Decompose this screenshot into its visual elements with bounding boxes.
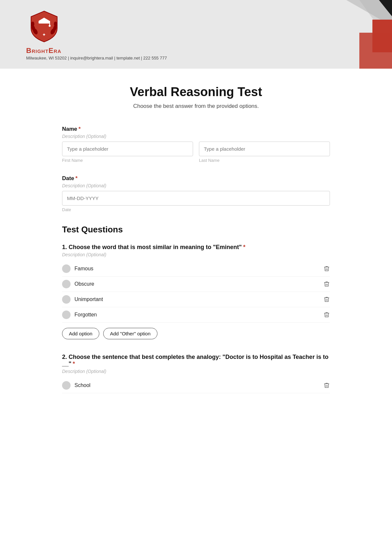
- svg-marker-4: [379, 0, 392, 16]
- date-description: Description (Optional): [62, 183, 330, 188]
- name-field-group: Name* Description (Optional) First Name …: [62, 126, 330, 163]
- delete-option-icon[interactable]: [323, 296, 330, 303]
- option-left: Forgotten: [62, 311, 97, 319]
- date-sublabel: Date: [62, 207, 330, 212]
- add-option-button[interactable]: Add option: [62, 328, 99, 339]
- question-2-title: 2. Choose the sentence that best complet…: [62, 354, 330, 367]
- option-row: Famous: [62, 261, 330, 277]
- svg-marker-3: [359, 33, 392, 69]
- page-header: ✦ BrightEra Milwaukee, WI 53202 | inquir…: [0, 0, 392, 69]
- page-title: Verbal Reasoning Test: [62, 85, 330, 99]
- last-name-sublabel: Last Name: [199, 158, 330, 163]
- radio-circle: [62, 295, 71, 304]
- logo-area: ✦ BrightEra Milwaukee, WI 53202 | inquir…: [26, 8, 167, 60]
- radio-circle: [62, 311, 71, 319]
- name-label: Name*: [62, 126, 330, 132]
- radio-circle: [62, 280, 71, 288]
- brand-name: BrightEra: [26, 46, 61, 55]
- option-text: Forgotten: [74, 312, 97, 318]
- test-section-heading: Test Questions: [62, 225, 330, 235]
- header-contact: Milwaukee, WI 53202 | inquire@brightera.…: [26, 56, 167, 60]
- option-text: Unimportant: [74, 296, 103, 302]
- svg-marker-0: [333, 0, 392, 46]
- page-subtitle: Choose the best answer from the provided…: [62, 103, 330, 110]
- delete-option-icon[interactable]: [323, 281, 330, 287]
- first-name-sublabel: First Name: [62, 158, 193, 163]
- svg-point-14: [49, 25, 51, 27]
- option-left: School: [62, 381, 90, 390]
- option-row: Forgotten: [62, 307, 330, 323]
- last-name-wrapper: Last Name: [199, 142, 330, 163]
- option-left: Unimportant: [62, 295, 103, 304]
- add-other-option-button[interactable]: Add "Other" option: [103, 328, 157, 339]
- option-left: Famous: [62, 264, 93, 273]
- option-row: Unimportant: [62, 292, 330, 307]
- option-row: School: [62, 378, 330, 393]
- header-decoration: [307, 0, 392, 69]
- option-row: Obscure: [62, 277, 330, 292]
- svg-text:✦: ✦: [42, 32, 46, 37]
- delete-option-icon[interactable]: [323, 312, 330, 318]
- question-1-block: 1. Choose the word that is most similar …: [62, 244, 330, 339]
- question-2-block: 2. Choose the sentence that best complet…: [62, 354, 330, 393]
- first-name-input[interactable]: [62, 142, 193, 156]
- svg-marker-1: [346, 0, 392, 26]
- radio-circle: [62, 264, 71, 273]
- date-label: Date*: [62, 175, 330, 182]
- option-text: Obscure: [74, 281, 94, 287]
- question-2-description: Description (Optional): [62, 369, 330, 374]
- first-name-wrapper: First Name: [62, 142, 193, 163]
- question-1-title: 1. Choose the word that is most similar …: [62, 244, 330, 251]
- option-actions: Add option Add "Other" option: [62, 328, 330, 339]
- logo-svg: ✦: [26, 8, 62, 44]
- name-description: Description (Optional): [62, 134, 330, 139]
- delete-option-icon[interactable]: [323, 265, 330, 272]
- delete-option-icon[interactable]: [323, 382, 330, 389]
- date-field-group: Date* Description (Optional) Date: [62, 175, 330, 212]
- main-content: Verbal Reasoning Test Choose the best an…: [49, 69, 343, 434]
- option-left: Obscure: [62, 280, 94, 288]
- date-input[interactable]: [62, 191, 330, 206]
- radio-circle: [62, 381, 71, 390]
- option-text: School: [74, 382, 90, 388]
- name-input-row: First Name Last Name: [62, 142, 330, 163]
- question-1-description: Description (Optional): [62, 252, 330, 257]
- date-input-wrapper: Date: [62, 191, 330, 212]
- last-name-input[interactable]: [199, 142, 330, 156]
- svg-marker-2: [372, 20, 392, 52]
- option-text: Famous: [74, 266, 93, 272]
